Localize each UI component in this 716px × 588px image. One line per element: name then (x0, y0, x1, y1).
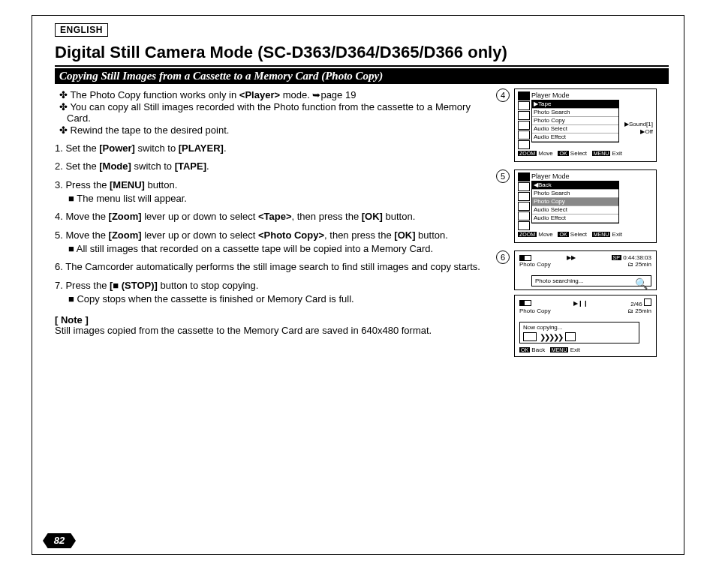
menu-item: Photo Search (532, 190, 618, 198)
note-heading: [ Note ] (55, 315, 489, 326)
photo-copy-label: Photo Copy (519, 261, 551, 268)
exit-label: Exit (570, 346, 580, 353)
step-3-sub: ■ The menu list will appear. (68, 194, 489, 204)
move-label: Move (538, 150, 553, 157)
menu-item: Photo Search (532, 109, 618, 117)
figure-column: 4 Player Mode ▶Tape Photo S (496, 88, 669, 364)
battery-icon (519, 255, 531, 261)
ok-key: OK (558, 232, 568, 237)
ok-key: OK (558, 151, 568, 156)
ok-key: OK (519, 347, 530, 352)
status-box: Now copying... ❯❯❯❯❯ (519, 322, 639, 344)
sidebar-icon (518, 221, 530, 230)
sidebar-icon (518, 121, 530, 130)
frame-count: 2/46 (630, 301, 642, 308)
step-5: 5. Move the [Zoom] lever up or down to s… (55, 230, 489, 241)
manual-page: ENGLISH Digital Still Camera Mode (SC-D3… (32, 15, 684, 555)
step-6: 6. The Camcorder automatically performs … (55, 262, 489, 272)
remaining-time: 🗂 25min (627, 308, 651, 314)
exit-label: Exit (612, 150, 622, 157)
section-subtitle: Copying Still Images from a Cassette to … (55, 68, 669, 84)
play-screen-searching: ▶▶ SP 0:44:38:03 Photo Copy 🗂 25min Phot… (514, 250, 657, 290)
menu-screen-4: Player Mode ▶Tape Photo Search Photo Cop… (514, 88, 657, 162)
menu-item-back: ◀Back (532, 182, 618, 190)
menu-sidebar-icons (518, 172, 530, 231)
menu-title: Player Mode (531, 172, 653, 180)
figure-6: 6 ▶▶ SP 0:44:38:03 Photo Copy 🗂 25min (496, 250, 669, 357)
status-text: Now copying... (523, 324, 636, 331)
step-3: 3. Press the [MENU] button. (55, 180, 489, 190)
progress-chevrons: ❯❯❯❯❯ (540, 333, 562, 341)
note-body: Still images copied from the cassette to… (55, 326, 489, 336)
step-1: 1. Set the [Power] switch to [PLAYER]. (55, 143, 489, 154)
select-label: Select (570, 150, 587, 157)
fast-forward-icon: ▶▶ (567, 254, 576, 261)
back-label: Back (531, 346, 545, 353)
zoom-key: ZOOM (518, 232, 537, 237)
intro-bullet: ✤ The Photo Copy function works only in … (59, 90, 489, 100)
menu-key: MENU (550, 347, 569, 352)
menu-item: Audio Effect (532, 134, 618, 142)
menu-screen-5: Player Mode ◀Back Photo Search Photo Cop… (514, 170, 657, 243)
sp-badge: SP (612, 255, 621, 260)
step-7: 7. Press the [■ (STOP)] button to stop c… (55, 280, 489, 291)
figure-4: 4 Player Mode ▶Tape Photo S (496, 88, 669, 162)
menu-item: Audio Effect (532, 214, 618, 223)
figure-number-5: 5 (496, 170, 510, 183)
sidebar-icon (518, 172, 530, 182)
sidebar-icon (518, 130, 530, 140)
zoom-key: ZOOM (518, 151, 537, 156)
sidebar-icon (518, 92, 530, 100)
step-7-sub: ■ Copy stops when the cassette is finish… (68, 294, 489, 304)
sidebar-icon (518, 192, 530, 201)
memory-card-icon (565, 332, 576, 341)
menu-item-photo-copy: Photo Copy (532, 198, 618, 206)
sidebar-icon (518, 101, 530, 110)
sidebar-icon (518, 111, 530, 120)
step-5-sub: ■ All still images that recorded on a ca… (68, 244, 489, 254)
sidebar-icon (518, 212, 530, 220)
pause-icon: ▶❙❙ (573, 300, 588, 307)
status-box: Photo searching... 🔍 (531, 275, 651, 286)
menu-item-tape: ▶Tape (532, 100, 618, 109)
side-value-sound: ▶Sound[1] (624, 121, 653, 128)
side-value-off: ▶Off (640, 128, 653, 135)
card-icon (644, 298, 651, 306)
battery-icon (519, 300, 531, 306)
page-number: 82 (43, 533, 76, 548)
intro-bullet: ✤ You can copy all Still images recorded… (59, 102, 489, 124)
intro-bullet: ✤ Rewind the tape to the desired point. (59, 125, 489, 136)
tape-icon (523, 332, 537, 341)
sidebar-icon (518, 182, 530, 191)
menu-sidebar-icons (518, 92, 530, 150)
menu-item: Audio Select (532, 206, 618, 214)
step-2: 2. Set the [Mode] switch to [TAPE]. (55, 161, 489, 172)
play-screen-copying: ▶❙❙ 2/46 Photo Copy 🗂 25min Now copying.… (514, 295, 657, 357)
magnify-icon: 🔍 (635, 278, 648, 290)
photo-copy-label: Photo Copy (519, 308, 551, 314)
remaining-time: 🗂 25min (627, 261, 651, 268)
menu-item: Audio Select (532, 125, 618, 134)
timecode: 0:44:38:03 (623, 254, 651, 261)
language-tag: ENGLISH (55, 23, 108, 37)
sidebar-icon (518, 140, 530, 149)
status-text: Photo searching... (535, 278, 583, 284)
figure-number-6: 6 (496, 250, 510, 264)
page-title: Digital Still Camera Mode (SC-D363/D364/… (55, 43, 669, 67)
menu-item: Photo Copy (532, 117, 618, 125)
body-text-column: ✤ The Photo Copy function works only in … (55, 88, 489, 364)
menu-title: Player Mode (531, 92, 653, 99)
figure-5: 5 Player Mode ◀Back Photo S (496, 170, 669, 243)
sidebar-icon (518, 202, 530, 211)
menu-key: MENU (592, 232, 611, 237)
menu-key: MENU (592, 151, 611, 156)
figure-number-4: 4 (496, 88, 510, 102)
step-4: 4. Move the [Zoom] lever up or down to s… (55, 212, 489, 222)
